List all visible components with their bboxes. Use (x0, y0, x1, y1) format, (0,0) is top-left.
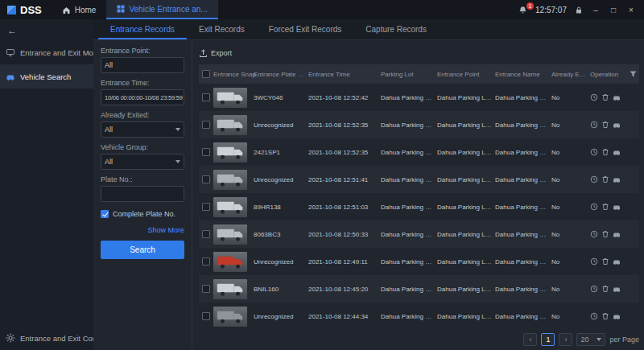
detail-icon[interactable] (590, 257, 598, 266)
truck-image (213, 252, 247, 272)
parking-lot-cell: Dahua Parking Lot (381, 176, 437, 183)
prev-page-button[interactable]: ‹ (523, 333, 537, 346)
entrance-plate-cell: Unrecognized (254, 258, 308, 266)
vehicle-thumbnail[interactable] (213, 170, 247, 190)
next-page-button[interactable]: › (559, 333, 572, 346)
vehicle-thumbnail[interactable] (213, 197, 247, 217)
forced-exit-vehicle-icon[interactable] (613, 121, 621, 129)
detail-icon[interactable] (590, 312, 598, 320)
export-button[interactable]: Export (199, 49, 232, 58)
tab-capture-records[interactable]: Capture Records (353, 19, 439, 39)
vehicle-thumbnail[interactable] (213, 142, 247, 163)
delete-icon[interactable] (601, 312, 609, 320)
row-checkbox[interactable] (202, 230, 210, 238)
row-checkbox[interactable] (202, 257, 210, 266)
table-row[interactable]: BNIL160 2021-10-08 12:45:20 Dahua Parkin… (199, 275, 639, 303)
column-header-snapshot[interactable]: Entrance Snap... (213, 71, 254, 78)
column-header-entrance-name[interactable]: Entrance Name (495, 71, 551, 78)
delete-icon[interactable] (601, 203, 609, 211)
back-button[interactable]: ← (0, 21, 93, 40)
column-header-already-exited[interactable]: Already Exited (551, 71, 590, 78)
forced-exit-vehicle-icon[interactable] (613, 257, 621, 266)
forced-exit-vehicle-icon[interactable] (613, 230, 621, 238)
delete-icon[interactable] (601, 148, 609, 156)
table-row[interactable]: 8063BC3 2021-10-08 12:50:33 Dahua Parkin… (199, 220, 639, 248)
table-row[interactable]: Unrecognized 2021-10-08 12:52:35 Dahua P… (199, 111, 639, 138)
delete-icon[interactable] (601, 121, 609, 129)
detail-icon[interactable] (590, 93, 598, 101)
forced-exit-vehicle-icon[interactable] (613, 285, 621, 293)
vehicle-thumbnail[interactable] (213, 307, 247, 327)
current-page-button[interactable]: 1 (541, 333, 555, 346)
monitor-icon (6, 47, 15, 57)
delete-icon[interactable] (601, 175, 609, 183)
detail-icon[interactable] (590, 175, 598, 183)
vehicle-thumbnail[interactable] (213, 88, 247, 108)
delete-icon[interactable] (601, 285, 609, 293)
column-header-operation[interactable]: Operation (590, 71, 625, 78)
detail-icon[interactable] (590, 203, 598, 211)
show-more-link[interactable]: Show More (101, 226, 184, 234)
table-row[interactable]: 3WCY046 2021-10-08 12:52:42 Dahua Parkin… (199, 84, 639, 111)
table-row[interactable]: 2421SP1 2021-10-08 12:52:35 Dahua Parkin… (199, 138, 639, 166)
sidebar-item-entrance-exit-monitoring[interactable]: Entrance and Exit Monit... (0, 40, 93, 64)
complete-plate-checkbox[interactable] (101, 210, 109, 218)
entrance-point-input[interactable]: All (101, 57, 184, 73)
entrance-name-cell: Dahua Parking Lot Front... (495, 231, 551, 238)
row-checkbox[interactable] (202, 148, 210, 156)
vehicle-group-select[interactable]: All (101, 154, 184, 170)
tab-home[interactable]: Home (52, 0, 107, 19)
table-row[interactable]: Unrecognized 2021-10-08 12:44:34 Dahua P… (199, 303, 639, 329)
entrance-time-input[interactable]: 10/06 00:00:00-10/08 23:59:59 (101, 89, 184, 105)
truck-image (213, 307, 247, 327)
maximize-icon[interactable]: □ (609, 6, 618, 14)
detail-icon[interactable] (590, 230, 598, 238)
forced-exit-vehicle-icon[interactable] (613, 93, 621, 101)
forced-exit-vehicle-icon[interactable] (613, 175, 621, 183)
sidebar-item-entrance-exit-config[interactable]: Entrance and Exit Config (0, 326, 93, 350)
forced-exit-vehicle-icon[interactable] (613, 148, 621, 156)
lock-icon[interactable] (575, 6, 583, 14)
delete-icon[interactable] (601, 257, 609, 266)
row-checkbox[interactable] (202, 93, 210, 101)
detail-icon[interactable] (590, 285, 598, 293)
detail-icon[interactable] (590, 121, 598, 129)
table-row[interactable]: 89HR138 2021-10-08 12:51:03 Dahua Parkin… (199, 193, 639, 220)
already-exited-select[interactable]: All (101, 121, 184, 138)
plate-no-input[interactable] (101, 186, 184, 202)
row-checkbox[interactable] (202, 285, 210, 293)
forced-exit-vehicle-icon[interactable] (613, 203, 621, 211)
column-header-entrance-point[interactable]: Entrance Point (437, 71, 495, 78)
delete-icon[interactable] (601, 93, 609, 101)
tab-entrance-records[interactable]: Entrance Records (98, 19, 187, 39)
column-header-plate[interactable]: Entrance Plate No. (254, 71, 308, 78)
table-row[interactable]: Unrecognized 2021-10-08 12:51:41 Dahua P… (199, 166, 639, 193)
select-all-checkbox[interactable] (202, 70, 210, 78)
alarm-icon[interactable]: 1 (518, 6, 527, 14)
row-checkbox[interactable] (202, 175, 210, 183)
vehicle-thumbnail[interactable] (213, 279, 247, 299)
already-exited-cell: No (551, 258, 590, 266)
vehicle-thumbnail[interactable] (213, 224, 247, 245)
table-header: Entrance Snap... Entrance Plate No. Entr… (199, 64, 639, 84)
forced-exit-vehicle-icon[interactable] (613, 312, 621, 320)
delete-icon[interactable] (601, 230, 609, 238)
row-checkbox[interactable] (202, 312, 210, 320)
table-row[interactable]: Unrecognized 2021-10-08 12:49:11 Dahua P… (199, 248, 639, 275)
column-header-time[interactable]: Entrance Time (308, 71, 381, 78)
sidebar-item-vehicle-search[interactable]: Vehicle Search (0, 64, 93, 89)
column-header-parking-lot[interactable]: Parking Lot (381, 71, 437, 78)
close-icon[interactable]: × (626, 6, 636, 14)
minimize-icon[interactable]: – (591, 6, 601, 14)
detail-icon[interactable] (590, 148, 598, 156)
row-checkbox[interactable] (202, 121, 210, 129)
row-checkbox[interactable] (202, 203, 210, 211)
tab-exit-records[interactable]: Exit Records (187, 19, 257, 39)
vehicle-thumbnail[interactable] (213, 252, 247, 272)
vehicle-thumbnail[interactable] (213, 115, 247, 135)
tab-forced-exit-records[interactable]: Forced Exit Records (257, 19, 354, 39)
tab-vehicle-entrance[interactable]: Vehicle Entrance an... (106, 0, 217, 19)
page-size-select[interactable]: 20 (576, 333, 605, 346)
filter-icon[interactable] (630, 71, 637, 78)
search-button[interactable]: Search (101, 241, 184, 259)
